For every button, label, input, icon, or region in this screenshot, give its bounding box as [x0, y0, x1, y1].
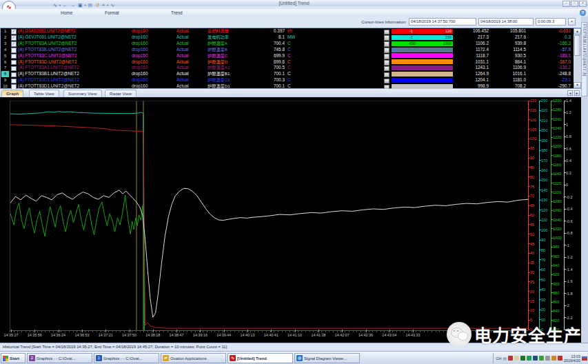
axis-line-green [551, 101, 551, 330]
tray-icon[interactable] [558, 356, 562, 361]
axis-tick-label: 1220 [553, 135, 564, 139]
menu-tab-trend[interactable]: Trend [168, 10, 185, 16]
axis-tick-label: 1100 [553, 190, 564, 194]
help-icon[interactable]: ? [580, 10, 586, 16]
taskbar-button-label: [Untitled] Trend [237, 356, 267, 361]
back-icon[interactable]: ← [62, 2, 68, 8]
axis-tick-label: 1280 [553, 108, 564, 112]
row-checkbox[interactable]: ✓ [11, 35, 17, 41]
add-pen-icon[interactable]: + [101, 2, 105, 8]
trend-graph[interactable]: 1201151101051009590858075706560555045403… [0, 97, 581, 343]
row-checkbox[interactable] [11, 79, 17, 84]
time-major-tick [176, 330, 177, 332]
table-row[interactable]: 6(A) FTOTT83D.UNIT2@NET2drop160Actual炉膛温… [1, 59, 573, 65]
language-indicator[interactable]: CH [496, 356, 501, 361]
tray-icon[interactable] [508, 356, 513, 361]
tray-icon[interactable] [514, 356, 519, 361]
row-checkbox[interactable]: ✓ [11, 29, 17, 34]
taskbar-clock[interactable]: 13:03 2019/4/20 [564, 354, 580, 363]
maximize-button[interactable]: ▫ [571, 1, 578, 7]
menu-tab-format[interactable]: Format [102, 10, 122, 16]
row-checkbox[interactable] [11, 54, 17, 59]
scroll-up-icon[interactable]: ▲ [574, 28, 581, 34]
table-row[interactable]: 4(A) FTOTT83B.UNIT2@NET2drop160Actual炉膛温… [1, 47, 573, 53]
signal-description: 发电机功率 [207, 34, 267, 41]
dropdown-caret-icon[interactable]: ▾ [107, 3, 108, 7]
row-checkbox[interactable] [11, 48, 17, 53]
dropdown-caret-icon[interactable]: ▾ [59, 3, 61, 7]
dropdown-caret-icon[interactable]: ▾ [85, 3, 86, 7]
forward-icon[interactable]: → [70, 2, 76, 8]
selected-signal-side-tab[interactable]: FTOTT83B1.UNIT2@NET2 [8] [581, 22, 587, 97]
row-checkbox[interactable] [11, 72, 17, 78]
table-row[interactable]: 3✓(A) FTOTT83A.UNIT2@NET2drop160Actual炉膛… [1, 41, 573, 47]
cursor-info-close-icon[interactable]: × [568, 18, 576, 26]
time-major-tick [342, 330, 343, 332]
tab-radar-view[interactable]: Radar View [105, 90, 136, 97]
row-checkbox[interactable] [11, 60, 17, 65]
scale-color-bar [392, 72, 453, 77]
cursor-info-bar: Cursor-lines Information: 04/18/2019 14:… [0, 17, 581, 28]
start-label: Start [10, 356, 19, 361]
cursor2-time-field[interactable]: 04/18/2019 14:38:00 [478, 18, 534, 26]
tab-summary-view[interactable]: Summary View [63, 90, 102, 97]
printer-icon[interactable]: ▤ [503, 356, 507, 361]
export-icon[interactable]: ▣ [77, 2, 83, 8]
table-row[interactable]: 8(A) FTOTT83B1.UNIT2@NET2drop160Actual炉膛… [1, 71, 573, 77]
close-button[interactable]: × [579, 1, 587, 7]
row-checkbox[interactable] [11, 66, 17, 72]
table-row[interactable]: 5(A) FTOTT83C.UNIT2@NET2drop160Actual炉膛温… [1, 53, 573, 59]
tray-icon[interactable] [539, 356, 544, 361]
signal-description: 炉膛温度D [207, 59, 267, 65]
table-row[interactable]: 9(A) FTOTT83C1.UNIT2@NET2drop160Actual炉膛… [1, 77, 573, 83]
scrollbar-thumb[interactable] [574, 35, 580, 56]
minimize-button[interactable]: – [562, 1, 570, 7]
row-number: 5 [1, 53, 9, 59]
tab-graph[interactable]: Graph [1, 90, 23, 97]
wechat-icon [447, 322, 472, 347]
time-major-tick [224, 330, 225, 332]
tray-icon[interactable] [533, 356, 538, 361]
signal-drop: drop160 [132, 34, 163, 41]
cursor1-time-field[interactable]: 04/18/2019 14:37:50.700 [409, 18, 476, 26]
signal-value: 700.1 [264, 71, 285, 77]
start-button[interactable]: Start [1, 353, 26, 363]
report-icon[interactable]: ▤ [88, 2, 94, 8]
axis-tick-label: 840 [553, 309, 564, 313]
time-major-tick [130, 330, 130, 332]
axis-tick-label: 1300 [553, 99, 564, 103]
signal-description: 炉膛温度B1 [207, 71, 267, 77]
table-row[interactable]: 1✓(A) D3A92681.UNIT2@NET2drop160Actual总燃… [1, 28, 573, 34]
axis-tick-label: 1200 [553, 144, 564, 148]
signal-drop: drop160 [132, 47, 163, 53]
tray-icon[interactable] [545, 356, 550, 361]
scroll-down-icon[interactable]: ▼ [574, 82, 581, 88]
trend-curve [10, 125, 529, 328]
table-row[interactable]: 2✓(A) GEVJT001.UNIT2@NET2drop160Actual发电… [1, 34, 573, 41]
table-row[interactable]: 7(A) FTOTT83A1.UNIT2@NET2drop160Actual炉膛… [1, 65, 573, 71]
tray-icon[interactable] [527, 356, 531, 361]
tray-icon[interactable] [551, 356, 556, 361]
row-checkbox[interactable]: ✓ [11, 41, 17, 47]
plot-area[interactable] [10, 101, 529, 330]
chart-style-icon[interactable]: ∿ [52, 2, 58, 8]
scale-color-bar: -1120 [392, 29, 453, 34]
taskbar-button[interactable]: 1Graphics - - C:\Ovat... [94, 353, 159, 363]
taskbar-button[interactable]: ∿[Untitled] Trend [227, 353, 293, 363]
tray-icon[interactable] [520, 356, 525, 361]
signal-mode: Actual [176, 34, 205, 41]
taskbar-button[interactable]: 2Graphics - - C:\Ovat... [27, 353, 92, 363]
tab-scroll-right-icon[interactable]: ▸ [574, 90, 580, 96]
cursor1-value: 1243.1 [456, 65, 489, 71]
tab-table-view[interactable]: Table View [29, 90, 59, 97]
menu-tab-home[interactable]: Home [58, 10, 75, 16]
cursor-delta-field[interactable]: 0:00:09.3 [536, 18, 566, 26]
axis-tick-label: 0.4 [566, 159, 577, 163]
taskbar-button[interactable]: ▰Ovation Applications [161, 353, 226, 363]
reset-zoom-icon[interactable]: ↺ [94, 2, 100, 8]
live-trend-icon[interactable]: ∿ [110, 2, 115, 8]
taskbar-button[interactable]: ◍Signal Diagram Viewe... [294, 353, 360, 363]
flag-icon [582, 356, 587, 361]
tab-scroll-left-icon[interactable]: ◂ [567, 90, 573, 96]
table-scrollbar[interactable]: ▲ ▼ [574, 28, 581, 88]
